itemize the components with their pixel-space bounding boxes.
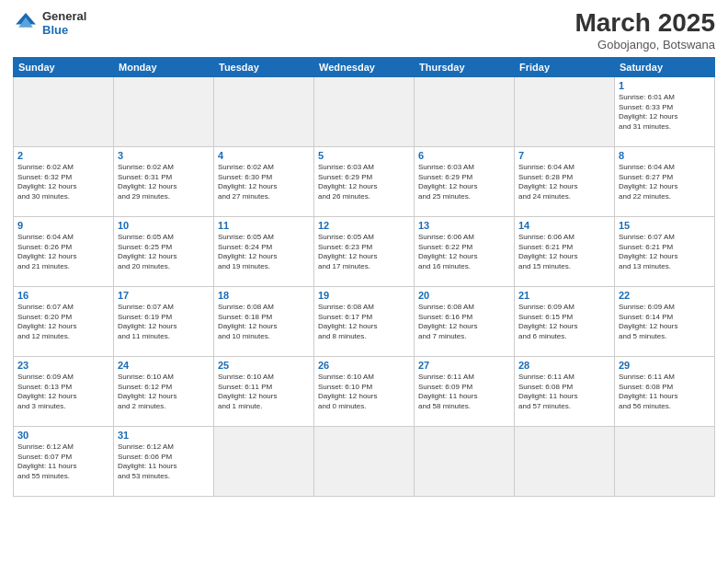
day-number: 9 — [17, 220, 109, 231]
day-info: Sunrise: 6:09 AM Sunset: 6:14 PM Dayligh… — [619, 303, 711, 342]
calendar-day: 24Sunrise: 6:10 AM Sunset: 6:12 PM Dayli… — [114, 356, 214, 426]
day-number: 3 — [118, 150, 210, 161]
day-number: 10 — [118, 220, 210, 231]
day-info: Sunrise: 6:04 AM Sunset: 6:27 PM Dayligh… — [619, 163, 711, 202]
day-number: 20 — [418, 290, 510, 301]
day-info: Sunrise: 6:06 AM Sunset: 6:21 PM Dayligh… — [518, 233, 610, 272]
day-number: 1 — [619, 80, 711, 91]
calendar-day — [14, 76, 114, 146]
calendar-day: 1Sunrise: 6:01 AM Sunset: 6:33 PM Daylig… — [615, 76, 715, 146]
location: Gobojango, Botswana — [574, 38, 715, 52]
day-number: 2 — [17, 150, 109, 161]
day-info: Sunrise: 6:11 AM Sunset: 6:08 PM Dayligh… — [518, 373, 610, 412]
day-number: 14 — [518, 220, 610, 231]
day-number: 4 — [218, 150, 310, 161]
day-number: 16 — [17, 290, 109, 301]
day-number: 28 — [518, 360, 610, 371]
day-info: Sunrise: 6:08 AM Sunset: 6:16 PM Dayligh… — [418, 303, 510, 342]
day-info: Sunrise: 6:05 AM Sunset: 6:25 PM Dayligh… — [118, 233, 210, 272]
day-info: Sunrise: 6:11 AM Sunset: 6:09 PM Dayligh… — [418, 373, 510, 412]
calendar-day: 14Sunrise: 6:06 AM Sunset: 6:21 PM Dayli… — [515, 216, 615, 286]
calendar-day: 8Sunrise: 6:04 AM Sunset: 6:27 PM Daylig… — [615, 146, 715, 216]
calendar-day — [314, 76, 415, 146]
day-number: 15 — [619, 220, 711, 231]
day-number: 31 — [118, 430, 210, 441]
col-monday: Monday — [114, 57, 214, 76]
day-number: 5 — [318, 150, 410, 161]
col-tuesday: Tuesday — [214, 57, 314, 76]
calendar-day — [515, 76, 615, 146]
day-info: Sunrise: 6:12 AM Sunset: 6:06 PM Dayligh… — [118, 442, 210, 482]
calendar-day: 23Sunrise: 6:09 AM Sunset: 6:13 PM Dayli… — [14, 356, 114, 426]
calendar-day: 6Sunrise: 6:03 AM Sunset: 6:29 PM Daylig… — [415, 146, 515, 216]
day-info: Sunrise: 6:11 AM Sunset: 6:08 PM Dayligh… — [619, 373, 711, 412]
day-info: Sunrise: 6:01 AM Sunset: 6:33 PM Dayligh… — [619, 93, 711, 132]
day-info: Sunrise: 6:09 AM Sunset: 6:13 PM Dayligh… — [17, 373, 109, 412]
col-friday: Friday — [515, 57, 615, 76]
day-number: 13 — [418, 220, 510, 231]
day-info: Sunrise: 6:06 AM Sunset: 6:22 PM Dayligh… — [418, 233, 510, 272]
calendar-day: 11Sunrise: 6:05 AM Sunset: 6:24 PM Dayli… — [214, 216, 314, 286]
day-info: Sunrise: 6:07 AM Sunset: 6:21 PM Dayligh… — [619, 233, 711, 272]
day-number: 29 — [619, 360, 711, 371]
day-info: Sunrise: 6:03 AM Sunset: 6:29 PM Dayligh… — [418, 163, 510, 202]
page: General Blue March 2025 Gobojango, Botsw… — [0, 0, 728, 563]
calendar-day — [314, 426, 415, 496]
day-number: 23 — [17, 360, 109, 371]
day-info: Sunrise: 6:08 AM Sunset: 6:17 PM Dayligh… — [318, 303, 410, 342]
month-title: March 2025 — [574, 9, 715, 38]
day-number: 22 — [619, 290, 711, 301]
calendar-week-4: 23Sunrise: 6:09 AM Sunset: 6:13 PM Dayli… — [14, 356, 715, 426]
day-info: Sunrise: 6:12 AM Sunset: 6:07 PM Dayligh… — [17, 442, 109, 482]
day-number: 7 — [518, 150, 610, 161]
day-info: Sunrise: 6:08 AM Sunset: 6:18 PM Dayligh… — [218, 303, 310, 342]
calendar-day — [415, 76, 515, 146]
calendar-day: 4Sunrise: 6:02 AM Sunset: 6:30 PM Daylig… — [214, 146, 314, 216]
col-sunday: Sunday — [14, 57, 114, 76]
calendar-week-2: 9Sunrise: 6:04 AM Sunset: 6:26 PM Daylig… — [14, 216, 715, 286]
col-thursday: Thursday — [415, 57, 515, 76]
calendar-week-0: 1Sunrise: 6:01 AM Sunset: 6:33 PM Daylig… — [14, 76, 715, 146]
day-info: Sunrise: 6:04 AM Sunset: 6:26 PM Dayligh… — [17, 233, 109, 272]
calendar-day: 28Sunrise: 6:11 AM Sunset: 6:08 PM Dayli… — [515, 356, 615, 426]
logo: General Blue — [13, 9, 86, 37]
day-number: 24 — [118, 360, 210, 371]
day-info: Sunrise: 6:09 AM Sunset: 6:15 PM Dayligh… — [518, 303, 610, 342]
day-info: Sunrise: 6:07 AM Sunset: 6:20 PM Dayligh… — [17, 303, 109, 342]
calendar-week-1: 2Sunrise: 6:02 AM Sunset: 6:32 PM Daylig… — [14, 146, 715, 216]
calendar-header-row: Sunday Monday Tuesday Wednesday Thursday… — [14, 57, 715, 76]
calendar-day: 18Sunrise: 6:08 AM Sunset: 6:18 PM Dayli… — [214, 286, 314, 356]
day-info: Sunrise: 6:10 AM Sunset: 6:12 PM Dayligh… — [118, 373, 210, 412]
calendar-day — [415, 426, 515, 496]
calendar-day — [515, 426, 615, 496]
day-info: Sunrise: 6:05 AM Sunset: 6:24 PM Dayligh… — [218, 233, 310, 272]
calendar-day: 30Sunrise: 6:12 AM Sunset: 6:07 PM Dayli… — [14, 426, 114, 496]
logo-text: General Blue — [42, 9, 86, 37]
calendar-day: 17Sunrise: 6:07 AM Sunset: 6:19 PM Dayli… — [114, 286, 214, 356]
col-wednesday: Wednesday — [314, 57, 415, 76]
day-number: 12 — [318, 220, 410, 231]
day-number: 25 — [218, 360, 310, 371]
calendar-day: 3Sunrise: 6:02 AM Sunset: 6:31 PM Daylig… — [114, 146, 214, 216]
day-number: 17 — [118, 290, 210, 301]
day-number: 26 — [318, 360, 410, 371]
day-number: 19 — [318, 290, 410, 301]
day-info: Sunrise: 6:10 AM Sunset: 6:10 PM Dayligh… — [318, 373, 410, 412]
calendar-day — [214, 76, 314, 146]
day-info: Sunrise: 6:02 AM Sunset: 6:31 PM Dayligh… — [118, 163, 210, 202]
calendar-day: 20Sunrise: 6:08 AM Sunset: 6:16 PM Dayli… — [415, 286, 515, 356]
day-number: 27 — [418, 360, 510, 371]
calendar-day: 9Sunrise: 6:04 AM Sunset: 6:26 PM Daylig… — [14, 216, 114, 286]
calendar-day — [114, 76, 214, 146]
calendar-week-5: 30Sunrise: 6:12 AM Sunset: 6:07 PM Dayli… — [14, 426, 715, 496]
calendar-day: 21Sunrise: 6:09 AM Sunset: 6:15 PM Dayli… — [515, 286, 615, 356]
calendar-day: 2Sunrise: 6:02 AM Sunset: 6:32 PM Daylig… — [14, 146, 114, 216]
day-number: 11 — [218, 220, 310, 231]
title-block: March 2025 Gobojango, Botswana — [574, 9, 715, 52]
day-info: Sunrise: 6:02 AM Sunset: 6:30 PM Dayligh… — [218, 163, 310, 202]
day-info: Sunrise: 6:04 AM Sunset: 6:28 PM Dayligh… — [518, 163, 610, 202]
day-info: Sunrise: 6:05 AM Sunset: 6:23 PM Dayligh… — [318, 233, 410, 272]
calendar-day: 5Sunrise: 6:03 AM Sunset: 6:29 PM Daylig… — [314, 146, 415, 216]
calendar-day: 7Sunrise: 6:04 AM Sunset: 6:28 PM Daylig… — [515, 146, 615, 216]
day-number: 21 — [518, 290, 610, 301]
